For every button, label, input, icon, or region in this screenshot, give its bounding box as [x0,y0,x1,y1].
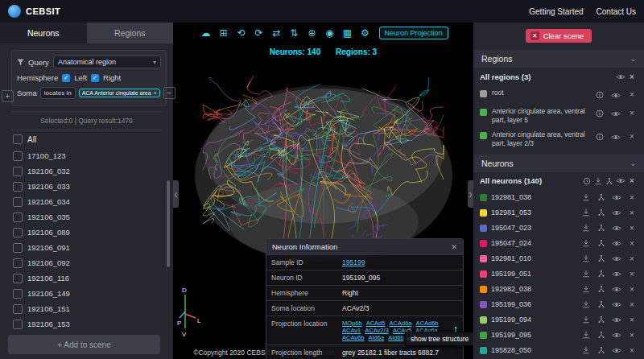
branch-icon[interactable] [596,253,607,264]
branch-icon[interactable] [596,283,607,295]
swap-vertical-icon[interactable]: ⇅ [287,27,301,39]
neuron-list-item[interactable]: 192106_034 [13,194,173,209]
left-hemisphere-checkbox[interactable] [62,74,70,82]
close-icon[interactable]: × [626,175,638,187]
left-scrollbar[interactable] [167,180,170,267]
eye-icon[interactable] [615,71,626,82]
checkbox[interactable] [13,151,23,161]
neuron-list-item[interactable]: 192106_091 [13,240,173,255]
scene-neuron-item[interactable]: 195199_051 × [473,266,644,282]
add-to-scene-button[interactable]: + Add to scene [8,335,160,354]
checkbox[interactable] [13,274,23,283]
projection-region-link[interactable]: ACAv2/3 [365,327,388,334]
eye-icon[interactable] [611,237,622,249]
contact-us-link[interactable]: Contact Us [597,7,636,16]
eye-icon[interactable] [611,192,622,203]
close-icon[interactable]: × [626,329,638,340]
neuron-list-item[interactable]: 192106_149 [13,286,173,301]
grid-icon[interactable]: ⊞ [216,27,230,39]
scene-neuron-item[interactable]: 195828_050 × [473,343,644,358]
tab-neurons[interactable]: Neurons [0,23,87,43]
scene-neuron-item[interactable]: 192981_010 × [473,251,644,266]
checkbox[interactable] [13,228,23,237]
branch-icon[interactable] [596,207,607,218]
close-icon[interactable]: × [626,71,638,82]
download-icon[interactable] [580,283,592,295]
download-icon[interactable] [580,237,592,249]
scene-neuron-item[interactable]: 192982_038 × [473,282,644,297]
region-filter-chip[interactable]: ACA Anterior cingulate area × [79,89,160,97]
checkbox[interactable] [13,258,23,268]
remove-condition-button[interactable]: − [163,87,175,99]
close-icon[interactable]: × [154,90,157,96]
settings-icon[interactable]: ⚙ [357,27,372,39]
projection-region-link[interactable]: ACAv6b [342,334,364,341]
checkbox[interactable] [13,197,23,207]
eye-icon[interactable] [615,175,626,187]
scene-neuron-item[interactable]: 195199_094 × [473,312,644,328]
branch-icon[interactable] [596,268,607,279]
region-item[interactable]: Anterior cingulate area, ventral part, l… [473,104,644,127]
branch-icon[interactable] [604,175,615,187]
regions-section-header[interactable]: Regions ⌄ [473,50,644,68]
select-all-row[interactable]: All [0,130,173,148]
download-icon[interactable] [580,345,592,356]
branch-icon[interactable] [596,329,607,340]
eye-icon[interactable] [611,299,622,310]
download-icon[interactable] [580,329,592,340]
branch-icon[interactable] [596,237,607,249]
neuron-list-item[interactable]: 192106_035 [13,209,173,225]
branch-icon[interactable] [596,345,607,356]
branch-icon[interactable] [596,299,607,310]
projection-region-link[interactable]: ACAv1 [342,327,361,334]
download-icon[interactable] [580,222,592,233]
download-icon[interactable] [580,207,592,218]
checkbox[interactable] [13,320,23,329]
download-icon[interactable] [592,175,604,187]
neuron-list-item[interactable]: 192106_033 [13,179,173,194]
close-icon[interactable]: × [626,268,638,279]
eye-icon[interactable] [611,283,622,295]
all-regions-row[interactable]: All regions (3) × [473,68,644,85]
rotate-ccw-icon[interactable]: ⟲ [233,27,248,39]
neurons-section-header[interactable]: Neurons ⌄ [473,155,644,172]
scene-neuron-item[interactable]: 195199_036 × [473,297,644,312]
eye-icon[interactable] [611,253,622,264]
neuron-list-item[interactable]: 192106_032 [13,163,173,179]
info-icon[interactable] [594,131,605,142]
right-hemisphere-checkbox[interactable] [91,74,99,82]
close-icon[interactable]: × [626,299,638,310]
neuron-list-item[interactable]: 192106_116 [13,270,173,286]
scene-neuron-item[interactable]: 192981_053 × [473,205,644,221]
cloud-icon[interactable]: ☁ [198,27,213,39]
neuron-list-item[interactable]: 192106_089 [13,225,173,240]
add-query-button[interactable]: + [2,90,14,102]
sample-id-link[interactable]: 195199 [342,258,365,266]
projection-region-link[interactable]: ACAd6b [416,320,439,327]
checkbox[interactable] [13,182,23,192]
projection-region-link[interactable]: ACAd5 [366,320,386,327]
close-icon[interactable]: × [626,314,638,325]
scene-neuron-item[interactable]: 195199_095 × [473,328,644,343]
close-icon[interactable]: × [626,283,638,295]
download-icon[interactable] [580,314,592,325]
scene-neuron-item[interactable]: 195047_024 × [473,236,644,251]
checkbox[interactable] [13,289,23,299]
viewer-3d[interactable]: ☁⊞⟲⟳⇄⇅⊕◉▦⚙ Neuron Projection Neurons: 14… [173,23,473,359]
projection-region-link[interactable]: AId6b [388,334,404,341]
branch-icon[interactable] [596,314,607,325]
all-neurons-row[interactable]: All neurons (140) × [473,172,644,190]
checkbox[interactable] [13,213,23,222]
eye-icon[interactable] [611,314,622,325]
swap-horizontal-icon[interactable]: ⇄ [269,27,283,39]
projection-region-link[interactable]: MOp6b [342,320,362,327]
neuron-list-item[interactable]: 192106_153 [13,316,173,332]
query-type-select[interactable]: Anatomical region ▾ [53,56,161,68]
checkbox[interactable] [13,243,23,253]
zoom-reset-icon[interactable]: ⊕ [304,27,319,39]
close-icon[interactable]: × [626,108,638,119]
eye-icon[interactable] [610,89,621,101]
download-icon[interactable] [580,299,592,310]
region-item[interactable]: Anterior cingulate area, ventral part, l… [473,127,644,151]
close-icon[interactable]: × [626,131,638,142]
